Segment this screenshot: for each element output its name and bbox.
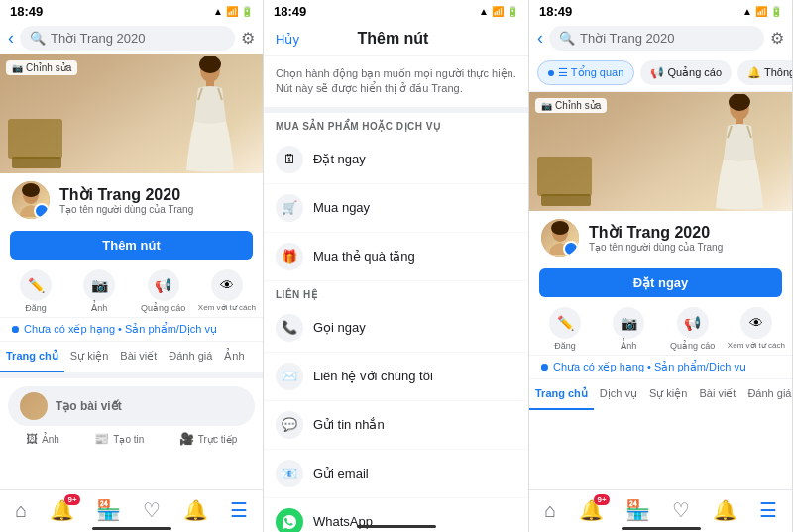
action-icons-right: ✏️ Đăng 📷 Ảnh 📢 Quảng cáo 👁 Xem với tư c…: [529, 303, 792, 355]
post-icon-right: ✏️: [549, 307, 581, 339]
bottom-nav-right: ⌂ 🔔 9+ 🏪 ♡ 🔔 ☰: [529, 489, 792, 532]
post-option-live[interactable]: 🎥 Trực tiếp: [179, 432, 237, 446]
store-nav-icon: 🏪: [96, 498, 121, 522]
tab-home-right[interactable]: Trang chủ: [529, 379, 594, 410]
add-button-left[interactable]: Thêm nút: [10, 231, 253, 260]
post-option-photo[interactable]: 🖼 Ảnh: [26, 432, 59, 446]
post-label: Đăng: [25, 303, 47, 313]
fashion-figure-right: [708, 94, 772, 211]
live-icon: 🎥: [179, 432, 194, 446]
back-button-left[interactable]: ‹: [8, 28, 14, 49]
profile-sub-left: Tạo tên người dùng của Trang: [59, 204, 193, 215]
call-label: Gọi ngay: [313, 320, 366, 335]
edit-cover-btn-left[interactable]: 📷 Chỉnh sửa: [6, 60, 77, 75]
camera-icon-left: 📷: [12, 63, 23, 73]
tab-events-left[interactable]: Sự kiện: [64, 342, 114, 372]
battery-icon: 🔋: [241, 6, 253, 17]
nav-alerts-left[interactable]: 🔔: [183, 498, 208, 522]
search-text-right: Thời Trang 2020: [580, 31, 674, 46]
search-input-left[interactable]: 🔍 Thời Trang 2020: [20, 26, 235, 51]
gear-icon-left[interactable]: ⚙: [241, 29, 255, 48]
nav-store-right[interactable]: 🏪: [625, 498, 650, 522]
svg-point-6: [22, 183, 40, 197]
post-option-story[interactable]: 📰 Tạo tin: [94, 432, 144, 446]
nav-home-right[interactable]: ⌂: [544, 499, 556, 522]
tab-reviews-right[interactable]: Đánh giá: [741, 379, 792, 410]
rtab-overview[interactable]: ☰ Tổng quan: [537, 60, 634, 85]
nav-home-left[interactable]: ⌂: [15, 499, 27, 522]
tab-services-right[interactable]: Dịch vụ: [594, 379, 643, 410]
menu-item-call[interactable]: 📞 Gọi ngay: [264, 304, 528, 353]
gear-icon-right[interactable]: ⚙: [770, 29, 784, 48]
contact-us-icon: ✉️: [276, 363, 303, 390]
home-nav-icon-right: ⌂: [544, 499, 556, 522]
nav-likes-right[interactable]: ♡: [672, 498, 690, 522]
dat-ngay-icon: 🗓: [276, 146, 303, 173]
alerts-nav-icon-right: 🔔: [713, 498, 737, 522]
search-icon-left: 🔍: [30, 31, 46, 46]
tab-home-left[interactable]: Trang chủ: [0, 342, 64, 372]
email-icon: 📧: [276, 460, 303, 487]
nav-alerts-right[interactable]: 🔔: [713, 498, 737, 522]
email-label: Gửi email: [313, 466, 369, 480]
camera-icon-right: 📷: [541, 101, 552, 111]
nav-notifications-right[interactable]: 🔔 9+: [579, 498, 604, 522]
menu-item-gift-card[interactable]: 🎁 Mua thẻ quà tặng: [264, 233, 528, 281]
nav-store-left[interactable]: 🏪: [96, 498, 121, 522]
search-input-right[interactable]: 🔍 Thời Trang 2020: [549, 26, 764, 51]
middle-header: Hủy Thêm nút: [264, 22, 528, 56]
nav-likes-left[interactable]: ♡: [143, 498, 161, 522]
status-bar-left: 18:49 ▲ 📶 🔋: [0, 0, 263, 22]
tab-posts-right[interactable]: Bài viết: [693, 379, 741, 410]
battery-icon-mid: 🔋: [507, 6, 518, 17]
action-view-as[interactable]: 👁 Xem với tư cách: [195, 269, 259, 313]
menu-item-mua-ngay[interactable]: 🛒 Mua ngay: [264, 184, 528, 233]
status-icons-left: ▲ 📶 🔋: [213, 6, 253, 17]
rtab-notifications[interactable]: 🔔 Thông báo: [737, 60, 792, 85]
back-button-right[interactable]: ‹: [537, 28, 543, 49]
middle-panel: 18:49 ▲ 📶 🔋 Hủy Thêm nút Chọn hành động …: [264, 0, 529, 532]
rtab-ads[interactable]: 📢 Quảng cáo: [640, 60, 732, 85]
nav-menu-left[interactable]: ☰: [230, 498, 248, 522]
tab-reviews-left[interactable]: Đánh giá: [163, 342, 218, 372]
action-photo[interactable]: 📷 Ảnh: [67, 269, 131, 313]
action-icons-left: ✏️ Đăng 📷 Ảnh 📢 Quảng cáo 👁 Xem với tư c…: [0, 266, 263, 317]
avatar-right: +: [539, 217, 581, 259]
avatar-left: +: [10, 179, 52, 221]
status-bar-middle: 18:49 ▲ 📶 🔋: [264, 0, 528, 22]
action-photo-right[interactable]: 📷 Ảnh: [597, 307, 660, 351]
profile-section-left: + Thời Trang 2020 Tạo tên người dùng của…: [0, 173, 263, 225]
profile-sub-right: Tạo tên người dùng của Trang: [589, 242, 723, 253]
menu-item-contact-us[interactable]: ✉️ Liên hệ với chúng tôi: [264, 353, 528, 401]
live-label: Trực tiếp: [198, 434, 237, 445]
nav-notifications-left[interactable]: 🔔 9+: [50, 498, 74, 522]
tab-events-right[interactable]: Sự kiện: [643, 379, 693, 410]
signal-icon-mid: ▲: [479, 6, 489, 17]
add-button-right[interactable]: Đặt ngay: [539, 268, 782, 297]
signal-icon-right: ▲: [742, 6, 752, 17]
time-left: 18:49: [10, 4, 43, 19]
menu-item-dat-ngay[interactable]: 🗓 Đặt ngay: [264, 136, 528, 184]
section-label-buy: MUA SẢN PHẨM HOẶC DỊCH VỤ: [264, 113, 528, 136]
bottom-nav-left: ⌂ 🔔 9+ 🏪 ♡ 🔔 ☰: [0, 489, 263, 532]
story-label: Tạo tin: [113, 434, 144, 445]
tab-photos-left[interactable]: Ảnh: [218, 342, 250, 372]
signal-icon: ▲: [213, 6, 223, 17]
create-post-input[interactable]: Tạo bài viết: [8, 386, 255, 426]
action-post-right[interactable]: ✏️ Đăng: [533, 307, 597, 351]
edit-cover-btn-right[interactable]: 📷 Chỉnh sửa: [535, 98, 607, 113]
menu-nav-icon: ☰: [230, 498, 248, 522]
action-view-as-right[interactable]: 👁 Xem với tư cách: [725, 307, 788, 351]
dat-ngay-label: Đặt ngay: [313, 152, 366, 166]
home-indicator-right: [622, 527, 701, 530]
menu-item-message[interactable]: 💬 Gửi tin nhắn: [264, 401, 528, 450]
nav-menu-right[interactable]: ☰: [759, 498, 777, 522]
menu-item-email[interactable]: 📧 Gửi email: [264, 450, 528, 498]
cancel-button[interactable]: Hủy: [276, 32, 299, 47]
story-icon: 📰: [94, 432, 109, 446]
action-ads[interactable]: 📢 Quảng cáo: [132, 269, 195, 313]
action-ads-right[interactable]: 📢 Quảng cáo: [661, 307, 725, 351]
action-post[interactable]: ✏️ Đăng: [4, 269, 67, 313]
tab-posts-left[interactable]: Bài viết: [114, 342, 163, 372]
rtab-notifications-label: 🔔 Thông báo: [747, 66, 792, 79]
